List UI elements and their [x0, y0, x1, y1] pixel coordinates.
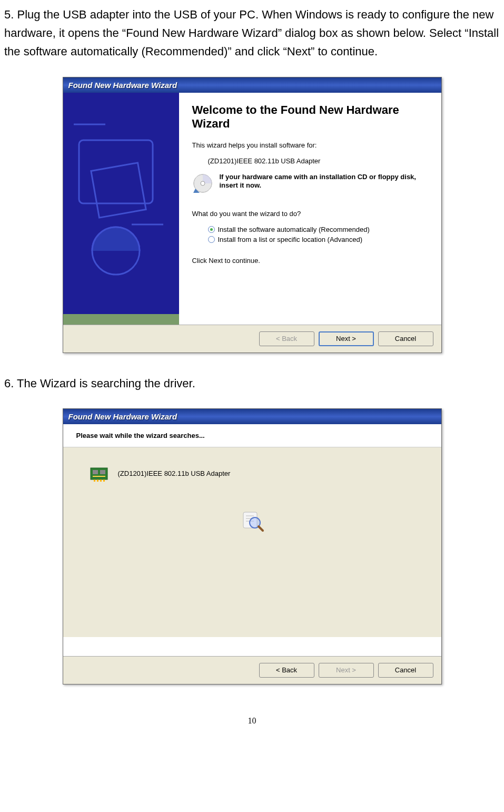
radio-option-auto[interactable]: Install the software automatically (Reco… — [208, 226, 428, 233]
svg-rect-0 — [63, 93, 179, 325]
wizard-sidebar-graphic — [63, 93, 179, 325]
svg-point-9 — [201, 181, 205, 185]
cd-hint: If your hardware came with an installati… — [220, 173, 428, 191]
svg-rect-17 — [103, 480, 105, 482]
radio-option-list[interactable]: Install from a list or specific location… — [208, 236, 428, 243]
svg-line-23 — [259, 526, 263, 531]
svg-rect-16 — [100, 480, 102, 482]
radio-unselected-icon — [208, 236, 215, 243]
svg-rect-12 — [100, 470, 105, 474]
back-button[interactable]: < Back — [259, 663, 314, 678]
wizard-dialog-1: Found New Hardware Wizard — [63, 77, 442, 353]
next-button[interactable]: Next > — [319, 331, 374, 346]
svg-rect-11 — [93, 470, 98, 474]
radio-label: Install the software automatically (Reco… — [218, 226, 370, 233]
cancel-button[interactable]: Cancel — [378, 663, 433, 678]
next-button: Next > — [319, 663, 374, 678]
svg-rect-15 — [97, 480, 98, 482]
wizard-heading: Welcome to the Found New Hardware Wizard — [192, 103, 428, 131]
step-6-text: 6. The Wizard is searching the driver. — [0, 374, 504, 393]
titlebar: Found New Hardware Wizard — [63, 409, 441, 424]
svg-rect-14 — [94, 480, 95, 482]
search-magnifier-icon — [239, 508, 265, 534]
device-name: (ZD1201)IEEE 802.11b USB Adapter — [192, 157, 428, 165]
wizard-dialog-2: Found New Hardware Wizard Please wait wh… — [63, 408, 442, 684]
wizard-searching-heading: Please wait while the wizard searches... — [63, 424, 441, 447]
wizard-question: What do you want the wizard to do? — [192, 210, 428, 218]
device-name: (ZD1201)IEEE 802.11b USB Adapter — [118, 469, 231, 477]
chip-icon — [90, 466, 108, 482]
radio-label: Install from a list or specific location… — [218, 236, 363, 243]
radio-selected-icon — [208, 226, 215, 233]
click-next-hint: Click Next to continue. — [192, 257, 428, 265]
cd-icon — [192, 173, 213, 194]
page-number: 10 — [0, 716, 504, 726]
cancel-button[interactable]: Cancel — [378, 331, 433, 346]
titlebar: Found New Hardware Wizard — [63, 77, 441, 93]
wizard-intro: This wizard helps you install software f… — [192, 141, 428, 149]
svg-rect-6 — [63, 314, 179, 325]
back-button: < Back — [259, 331, 314, 346]
step-5-text: 5. Plug the USB adapter into the USB of … — [0, 5, 504, 61]
